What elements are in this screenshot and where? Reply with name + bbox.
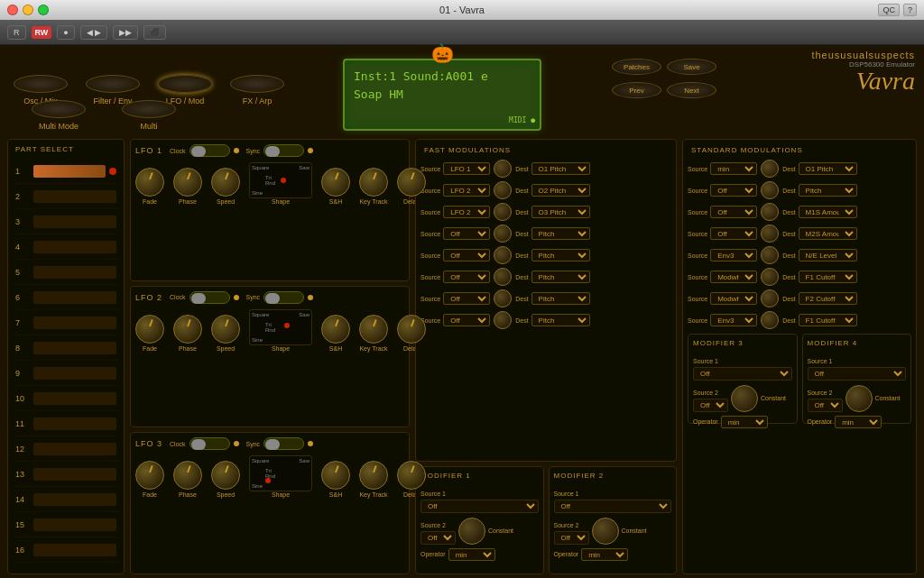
- lfo1-speed-knob[interactable]: [211, 168, 240, 197]
- part-row-3[interactable]: 3: [12, 209, 120, 234]
- fast-mod-source-select-2[interactable]: LFO 2: [443, 206, 490, 218]
- lfo3-sync-toggle[interactable]: [263, 437, 304, 450]
- prev-button[interactable]: Prev: [612, 82, 661, 98]
- part-row-7[interactable]: 7: [12, 310, 120, 335]
- prevnext-row[interactable]: Prev Next: [612, 82, 716, 98]
- std-mod-source-select-7[interactable]: Env3: [710, 314, 757, 326]
- std-mod-knob-0[interactable]: [761, 160, 779, 178]
- nav-oval-filter[interactable]: [86, 75, 140, 93]
- modifier3-source2[interactable]: Off: [693, 399, 728, 412]
- modifier3-operator[interactable]: min: [721, 416, 768, 428]
- part-row-14[interactable]: 14: [12, 487, 120, 512]
- fast-mod-source-select-5[interactable]: Off: [443, 271, 490, 283]
- part-row-11[interactable]: 11: [12, 411, 120, 436]
- lfo1-sync-toggle[interactable]: [263, 144, 304, 157]
- part-row-6[interactable]: 6: [12, 285, 120, 310]
- std-mod-dest-select-1[interactable]: Pitch: [799, 184, 857, 197]
- std-mod-source-select-3[interactable]: Off: [710, 227, 757, 240]
- std-mod-knob-2[interactable]: [761, 203, 779, 221]
- part-row-12[interactable]: 12: [12, 436, 120, 462]
- lfo2-speed-knob[interactable]: [211, 315, 240, 344]
- lfo2-sync-switch[interactable]: Sync: [246, 291, 314, 304]
- part-row-1[interactable]: 1: [12, 159, 120, 184]
- maximize-button[interactable]: [38, 5, 49, 15]
- minimize-button[interactable]: [23, 5, 33, 15]
- lfo2-clock-toggle[interactable]: [189, 291, 230, 304]
- part-row-2[interactable]: 2: [12, 184, 120, 209]
- std-mod-knob-3[interactable]: [761, 225, 779, 243]
- std-mod-dest-select-7[interactable]: F1 Cutoff: [799, 314, 857, 326]
- std-mod-source-select-6[interactable]: Modwheel: [710, 292, 757, 305]
- modifier4-knob[interactable]: [845, 385, 873, 412]
- modifier4-operator[interactable]: min: [835, 416, 882, 428]
- lfo3-clock-switch[interactable]: Clock: [170, 437, 239, 450]
- fast-mod-dest-select-2[interactable]: O3 Pitch: [531, 206, 590, 218]
- modifier2-operator[interactable]: min: [581, 548, 628, 561]
- modifier2-source1[interactable]: Off: [554, 500, 672, 513]
- nav-multi[interactable]: Multi: [122, 100, 176, 131]
- fast-mod-knob-2[interactable]: [494, 203, 512, 221]
- std-mod-knob-5[interactable]: [761, 268, 779, 286]
- modifier3-knob[interactable]: [731, 385, 758, 412]
- part-row-9[interactable]: 9: [12, 361, 120, 386]
- lfo2-sh-knob[interactable]: [321, 315, 350, 344]
- std-mod-source-select-5[interactable]: Modwheel: [710, 271, 757, 283]
- part-row-13[interactable]: 13: [12, 462, 120, 487]
- std-mod-source-select-2[interactable]: Off: [710, 206, 757, 218]
- modifier2-knob[interactable]: [592, 518, 619, 545]
- fast-mod-source-select-6[interactable]: Off: [443, 292, 490, 305]
- fast-mod-dest-select-6[interactable]: Pitch: [531, 292, 590, 305]
- lfo1-delay-knob[interactable]: [397, 168, 426, 197]
- save-button[interactable]: Save: [667, 59, 716, 75]
- std-mod-source-select-4[interactable]: Env3: [710, 249, 757, 261]
- modifier4-source1[interactable]: Off: [808, 367, 907, 381]
- part-row-10[interactable]: 10: [12, 386, 120, 411]
- nav-fx-arp[interactable]: FX / Arp: [230, 75, 284, 106]
- lfo1-sync-switch[interactable]: Sync: [246, 144, 314, 157]
- lfo3-clock-toggle[interactable]: [189, 437, 230, 450]
- part-row-5[interactable]: 5: [12, 260, 120, 285]
- next-button[interactable]: Next: [667, 82, 716, 98]
- lfo2-keytrack-knob[interactable]: [359, 315, 388, 344]
- fast-mod-source-select-0[interactable]: LFO 1: [443, 162, 490, 175]
- nav-oval-fx[interactable]: [230, 75, 284, 93]
- std-mod-knob-4[interactable]: [761, 246, 779, 264]
- toolbar-btn4[interactable]: ⬛: [143, 25, 166, 40]
- fast-mod-knob-7[interactable]: [494, 311, 512, 329]
- qc-button[interactable]: QC: [878, 4, 900, 16]
- nav-multimode[interactable]: Multi Mode: [32, 100, 86, 131]
- fast-mod-knob-0[interactable]: [494, 160, 512, 178]
- fast-mod-knob-3[interactable]: [494, 225, 512, 243]
- lfo3-speed-knob[interactable]: [211, 461, 240, 490]
- toolbar-btn3[interactable]: ▶▶: [113, 25, 138, 40]
- toolbar-rw[interactable]: RW: [32, 26, 52, 39]
- fast-mod-source-select-3[interactable]: Off: [443, 227, 490, 240]
- fast-mod-dest-select-5[interactable]: Pitch: [531, 271, 590, 283]
- toolbar-btn1[interactable]: ●: [57, 25, 74, 40]
- lfo1-phase-knob[interactable]: [173, 168, 202, 197]
- modifier1-knob[interactable]: [458, 518, 485, 545]
- patches-row[interactable]: Patches Save: [612, 59, 716, 75]
- part-row-15[interactable]: 15: [12, 512, 120, 537]
- std-mod-dest-select-2[interactable]: M1S Amount: [799, 206, 857, 218]
- lfo2-delay-knob[interactable]: [397, 315, 426, 344]
- fast-mod-knob-6[interactable]: [494, 289, 512, 307]
- fast-mod-source-select-1[interactable]: LFO 2: [443, 184, 490, 197]
- modifier1-operator[interactable]: min: [448, 548, 495, 561]
- part-row-4[interactable]: 4: [12, 234, 120, 260]
- lfo3-phase-knob[interactable]: [173, 461, 202, 490]
- modifier1-source2[interactable]: Off: [420, 531, 456, 545]
- std-mod-dest-select-6[interactable]: F2 Cutoff: [799, 292, 857, 305]
- lfo3-sync-switch[interactable]: Sync: [246, 437, 314, 450]
- nav-oval-multi[interactable]: [122, 100, 176, 118]
- std-mod-dest-select-5[interactable]: F1 Cutoff: [799, 271, 857, 283]
- part-row-16[interactable]: 16: [12, 537, 120, 563]
- std-mod-knob-6[interactable]: [761, 289, 779, 307]
- fast-mod-dest-select-3[interactable]: Pitch: [531, 227, 590, 240]
- toolbar-r[interactable]: R: [7, 25, 26, 40]
- fast-mod-dest-select-4[interactable]: Pitch: [531, 249, 590, 261]
- help-button[interactable]: ?: [903, 4, 917, 16]
- modifier1-source1[interactable]: Off: [420, 500, 539, 513]
- fast-mod-dest-select-0[interactable]: O1 Pitch: [531, 162, 590, 175]
- fast-mod-knob-5[interactable]: [494, 268, 512, 286]
